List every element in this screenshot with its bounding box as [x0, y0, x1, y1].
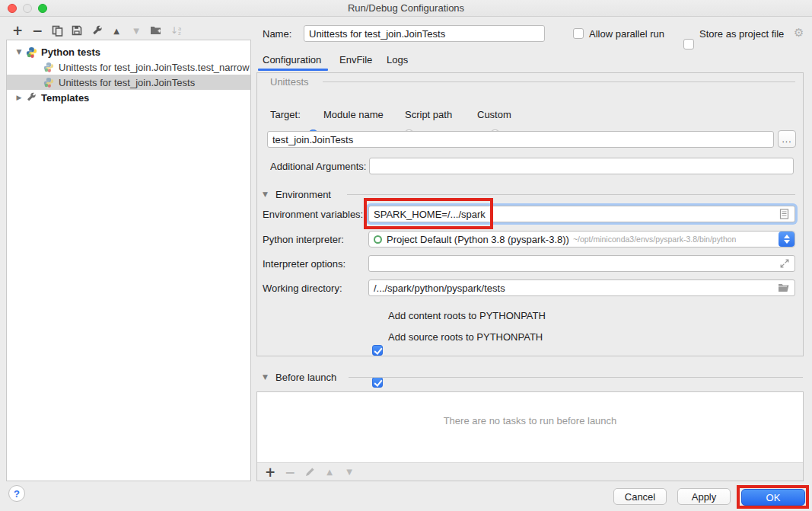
- browse-module-button[interactable]: ...: [778, 130, 796, 148]
- target-label: Target:: [270, 109, 301, 120]
- move-up-icon[interactable]: ▲: [107, 22, 126, 39]
- before-launch-tasks-panel: There are no tasks to run before launch …: [256, 391, 804, 481]
- move-down-icon[interactable]: ▼: [126, 22, 146, 39]
- expand-field-icon[interactable]: [779, 258, 790, 271]
- copy-configuration-icon[interactable]: [47, 22, 67, 39]
- environment-section-title[interactable]: Environment: [275, 189, 331, 200]
- allow-parallel-run-checkbox[interactable]: [573, 28, 584, 39]
- module-name-input[interactable]: [267, 131, 774, 148]
- store-as-project-file-label[interactable]: Store as project file: [699, 28, 784, 40]
- empty-tasks-message: There are no tasks to run before launch: [257, 415, 803, 426]
- conda-env-icon: [374, 235, 382, 244]
- minimize-window-button[interactable]: [23, 4, 32, 13]
- environment-variables-label: Environment variables:: [263, 209, 363, 220]
- window-title: Run/Debug Configurations: [348, 2, 464, 14]
- tree-expanded-icon[interactable]: ▼: [13, 48, 25, 56]
- add-source-roots-checkbox[interactable]: [372, 377, 383, 388]
- radio-custom-label[interactable]: Custom: [477, 109, 511, 120]
- tree-item-unittests-jointests-selected[interactable]: Unittests for test_join.JoinTests: [7, 75, 250, 90]
- environment-collapse-icon[interactable]: ▼: [263, 190, 268, 198]
- additional-arguments-label: Additional Arguments:: [270, 161, 366, 172]
- working-directory-input[interactable]: [368, 279, 795, 296]
- working-directory-label: Working directory:: [263, 283, 342, 294]
- add-content-roots-checkbox[interactable]: [372, 345, 383, 356]
- remove-configuration-button[interactable]: −: [27, 22, 47, 39]
- environment-variables-input[interactable]: [368, 206, 795, 222]
- python-test-icon: [43, 76, 55, 88]
- interpreter-dropdown-stepper[interactable]: [779, 232, 794, 247]
- remove-task-button[interactable]: −: [280, 464, 300, 481]
- radio-module-name-label[interactable]: Module name: [323, 109, 384, 120]
- tree-item-label: Python tests: [41, 46, 100, 58]
- sort-configurations-icon[interactable]: ↓az: [166, 22, 186, 39]
- python-tests-icon: [25, 46, 37, 58]
- before-launch-section-line: [349, 377, 803, 378]
- title-bar: Run/Debug Configurations: [0, 0, 812, 17]
- unittests-group-title: Unittests: [270, 76, 309, 88]
- name-input[interactable]: [304, 25, 545, 42]
- store-options-gear-icon[interactable]: ⚙: [794, 26, 804, 40]
- before-launch-section-title[interactable]: Before launch: [275, 372, 336, 383]
- edit-task-pencil-icon[interactable]: [300, 464, 320, 481]
- ok-button[interactable]: OK: [741, 489, 805, 506]
- python-interpreter-path: ~/opt/miniconda3/envs/pyspark-3.8/bin/py…: [573, 235, 737, 244]
- move-task-up-icon[interactable]: ▲: [320, 464, 339, 481]
- add-configuration-button[interactable]: +: [8, 22, 27, 39]
- radio-script-path-label[interactable]: Script path: [405, 109, 452, 120]
- add-source-roots-label[interactable]: Add source roots to PYTHONPATH: [388, 331, 543, 343]
- tab-logs[interactable]: Logs: [387, 54, 408, 65]
- browse-folder-icon[interactable]: [778, 283, 790, 295]
- zoom-window-button[interactable]: [38, 4, 47, 13]
- apply-button[interactable]: Apply: [677, 488, 731, 505]
- allow-parallel-run-label[interactable]: Allow parallel run: [589, 28, 664, 40]
- tree-item-python-tests[interactable]: ▼ Python tests: [7, 44, 250, 59]
- environment-section-line: [347, 194, 795, 195]
- tree-item-label: Templates: [41, 92, 89, 104]
- close-window-button[interactable]: [8, 4, 17, 13]
- python-interpreter-label: Python interpreter:: [263, 234, 344, 245]
- configurations-toolbar: + − ▲ ▼ ↓az: [8, 22, 186, 39]
- templates-wrench-icon: [25, 91, 37, 104]
- tab-envfile[interactable]: EnvFile: [339, 54, 372, 65]
- name-label: Name:: [263, 28, 291, 40]
- interpreter-options-input[interactable]: [368, 255, 795, 272]
- before-launch-toolbar: + − ▲ ▼: [257, 462, 803, 481]
- run-debug-configurations-dialog: Run/Debug Configurations + − ▲ ▼ ↓az ▼ P: [0, 0, 812, 511]
- tree-item-label: Unittests for test_join.JoinTests: [59, 77, 195, 88]
- unittests-group-line: [323, 81, 795, 82]
- help-button[interactable]: ?: [8, 485, 25, 502]
- python-test-icon: [43, 61, 55, 73]
- tree-item-label: Unittests for test_join.JoinTests.test_n…: [59, 62, 250, 73]
- configurations-tree: ▼ Python tests Unittests for test_join.J…: [6, 40, 251, 481]
- tree-collapsed-icon[interactable]: ▶: [13, 94, 25, 101]
- add-content-roots-label[interactable]: Add content roots to PYTHONPATH: [388, 310, 546, 321]
- active-tab-indicator: [258, 69, 328, 71]
- save-configuration-icon[interactable]: [67, 22, 87, 39]
- add-task-button[interactable]: +: [260, 464, 280, 481]
- tree-item-unittests-test-narrow[interactable]: Unittests for test_join.JoinTests.test_n…: [7, 59, 250, 75]
- cancel-button[interactable]: Cancel: [613, 488, 667, 505]
- tree-item-templates[interactable]: ▶ Templates: [7, 90, 250, 105]
- python-interpreter-select[interactable]: Project Default (Python 3.8 (pyspark-3.8…: [368, 231, 795, 248]
- edit-templates-wrench-icon[interactable]: [87, 22, 107, 39]
- additional-arguments-input[interactable]: [369, 158, 794, 174]
- create-folder-icon[interactable]: [146, 22, 166, 39]
- python-interpreter-value: Project Default (Python 3.8 (pyspark-3.8…: [387, 234, 569, 245]
- interpreter-options-label: Interpreter options:: [263, 258, 345, 270]
- move-task-down-icon[interactable]: ▼: [339, 464, 359, 481]
- store-as-project-file-checkbox[interactable]: [683, 39, 694, 50]
- edit-variables-list-icon[interactable]: [779, 209, 789, 222]
- tab-configuration[interactable]: Configuration: [263, 54, 321, 65]
- before-launch-collapse-icon[interactable]: ▼: [263, 373, 268, 381]
